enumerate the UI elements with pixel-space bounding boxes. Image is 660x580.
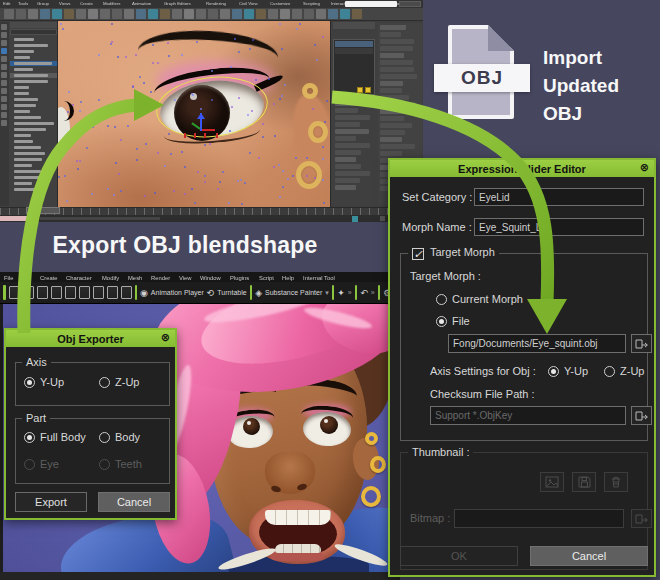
panel-rollout-row[interactable] bbox=[335, 185, 356, 190]
scene-explorer-row[interactable] bbox=[10, 97, 57, 102]
panel-rollout-row[interactable] bbox=[335, 143, 370, 148]
max-toolbar-icon[interactable] bbox=[304, 9, 314, 19]
color-swatch[interactable] bbox=[365, 87, 371, 93]
animation-player-button[interactable]: ◉ Animation Player bbox=[140, 288, 204, 298]
max-toolbar-icon[interactable] bbox=[124, 9, 134, 19]
max-toolbar-icon[interactable] bbox=[196, 9, 206, 19]
panel-rollout-row[interactable] bbox=[335, 171, 370, 176]
explorer-filter-icon[interactable] bbox=[1, 120, 7, 126]
max-toolbar-icon[interactable] bbox=[232, 9, 242, 19]
scene-explorer-list[interactable] bbox=[10, 37, 57, 197]
scene-explorer-row[interactable] bbox=[10, 169, 57, 174]
scene-explorer-row[interactable] bbox=[10, 175, 57, 180]
scene-explorer-row[interactable] bbox=[10, 133, 57, 138]
menu-item[interactable]: Tools bbox=[18, 2, 28, 6]
max-toolbar-icon[interactable] bbox=[268, 9, 278, 19]
menu-item[interactable]: Character bbox=[66, 274, 92, 280]
panel-rollout-row[interactable] bbox=[380, 74, 417, 79]
radio-yup[interactable]: Y-Up bbox=[24, 376, 64, 388]
menu-item[interactable]: Plugins bbox=[230, 274, 249, 280]
explorer-filter-icon[interactable] bbox=[1, 32, 7, 38]
scene-explorer-row[interactable] bbox=[10, 163, 57, 168]
panel-rollout-row[interactable] bbox=[380, 88, 402, 93]
max-toolbar-icon[interactable] bbox=[28, 9, 38, 19]
close-icon[interactable]: ⊗ bbox=[640, 161, 649, 174]
scene-explorer-tabs[interactable] bbox=[10, 22, 57, 28]
checksum-input[interactable]: Support *.ObjKey bbox=[430, 406, 626, 425]
add-time-tag-button[interactable] bbox=[352, 216, 358, 222]
turntable-button[interactable]: ⟲ Turntable bbox=[207, 288, 247, 298]
max-toolbar-icon[interactable] bbox=[52, 9, 62, 19]
scene-explorer-row[interactable] bbox=[10, 85, 57, 90]
pose-tool-button[interactable]: ✦ » bbox=[337, 288, 351, 298]
menu-item[interactable]: Views bbox=[59, 2, 70, 6]
cc-file-icon[interactable] bbox=[107, 286, 118, 299]
panel-rollout-row[interactable] bbox=[380, 95, 409, 100]
morph-name-input[interactable]: Eye_Squint_L bbox=[474, 218, 644, 236]
file-toolbar-icons[interactable] bbox=[9, 286, 132, 299]
scene-explorer-row[interactable] bbox=[10, 151, 57, 156]
panel-rollout-row[interactable] bbox=[380, 137, 402, 142]
panel-rollout-row[interactable] bbox=[380, 116, 404, 121]
expression-editor-titlebar[interactable]: Expression Slider Editor ⊗ bbox=[390, 160, 654, 177]
panel-rollout-row[interactable] bbox=[335, 136, 356, 141]
cancel-button[interactable]: Cancel bbox=[98, 492, 170, 512]
panel-rollout-row[interactable] bbox=[335, 157, 356, 162]
explorer-filter-icon[interactable] bbox=[1, 64, 7, 70]
explorer-filter-icon[interactable] bbox=[1, 72, 7, 78]
menu-item[interactable]: Mesh bbox=[128, 274, 142, 280]
panel-rollout-row[interactable] bbox=[380, 144, 415, 149]
scene-explorer-row[interactable] bbox=[10, 187, 57, 192]
explorer-filter-icon[interactable] bbox=[1, 96, 7, 102]
explorer-filter-icon[interactable] bbox=[1, 104, 7, 110]
radio-file[interactable]: File bbox=[436, 315, 470, 327]
scene-explorer-row[interactable] bbox=[10, 43, 57, 48]
max-workspaces-dropdown[interactable] bbox=[399, 1, 421, 7]
scene-explorer-row[interactable] bbox=[10, 157, 57, 162]
scene-explorer-row[interactable] bbox=[10, 127, 57, 132]
menu-item[interactable]: File bbox=[4, 274, 13, 280]
radio-zup[interactable]: Z-Up bbox=[99, 376, 139, 388]
explorer-filter-icon[interactable] bbox=[1, 80, 7, 86]
panel-rollout-row[interactable] bbox=[335, 150, 361, 155]
max-toolbar-icon[interactable] bbox=[160, 9, 170, 19]
max-toolbar-icon[interactable] bbox=[100, 9, 110, 19]
modifier-entry[interactable] bbox=[335, 48, 373, 54]
radio-axis-yup[interactable]: Y-Up bbox=[548, 365, 588, 377]
cc-file-icon[interactable] bbox=[37, 286, 48, 299]
scene-explorer-row[interactable] bbox=[10, 91, 57, 96]
explorer-filter-icon[interactable] bbox=[1, 40, 7, 46]
max-toolbar-icon[interactable] bbox=[4, 9, 14, 19]
max-viewport-eye-closeup[interactable] bbox=[58, 21, 330, 207]
menu-item[interactable]: Create bbox=[40, 274, 58, 280]
max-timeline-ruler[interactable] bbox=[0, 207, 423, 215]
cc-file-icon[interactable] bbox=[79, 286, 90, 299]
cc-file-icon[interactable] bbox=[65, 286, 76, 299]
menu-item[interactable]: Modifiers bbox=[103, 2, 121, 6]
menu-item[interactable]: Edit bbox=[3, 2, 10, 6]
max-toolbar-icon[interactable] bbox=[220, 9, 230, 19]
radio-axis-zup[interactable]: Z-Up bbox=[604, 365, 644, 377]
cc-file-icon[interactable] bbox=[93, 286, 104, 299]
menu-item[interactable]: Window bbox=[200, 274, 221, 280]
menu-item[interactable]: Customize bbox=[270, 2, 290, 6]
scene-explorer-row[interactable] bbox=[10, 103, 57, 108]
max-toolbar-icon[interactable] bbox=[40, 9, 50, 19]
cc-file-icon[interactable] bbox=[121, 286, 132, 299]
panel-rollout-row[interactable] bbox=[335, 129, 369, 134]
scene-explorer-row[interactable] bbox=[10, 49, 57, 54]
explorer-filter-icon[interactable] bbox=[1, 24, 7, 30]
panel-rollout-row[interactable] bbox=[380, 25, 406, 30]
radio-full-body[interactable]: Full Body bbox=[24, 431, 86, 443]
max-search-input[interactable] bbox=[345, 1, 397, 7]
menu-item[interactable]: Civil View bbox=[239, 2, 258, 6]
max-toolbar-icon[interactable] bbox=[136, 9, 146, 19]
scene-explorer-row[interactable] bbox=[10, 109, 57, 114]
menu-item[interactable]: Graph Editors bbox=[164, 2, 191, 6]
panel-rollout-row[interactable] bbox=[380, 109, 415, 114]
max-toolbar-icon[interactable] bbox=[112, 9, 122, 19]
substance-button[interactable]: ◈ Substance Painter ▾ bbox=[255, 288, 329, 298]
panel-rollout-row[interactable] bbox=[335, 115, 370, 120]
cc-file-icon[interactable] bbox=[23, 286, 34, 299]
max-toolbar-icon[interactable] bbox=[352, 9, 362, 19]
